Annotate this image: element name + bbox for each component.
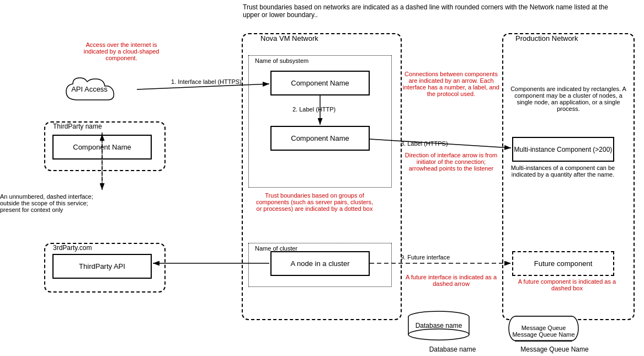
components-annotation: Components are indicated by rectangles. …: [508, 86, 629, 112]
connections-annotation: Connections between components are indic…: [403, 71, 499, 97]
svg-text:Database name: Database name: [416, 322, 462, 330]
internet-annotation: Access over the internet is indicated by…: [77, 41, 166, 61]
future-component-box: Future component: [512, 251, 614, 276]
future-interface-annotation: A future interface is indicated as a das…: [403, 274, 499, 287]
svg-point-15: [408, 329, 469, 340]
multi-instance-annotation: Multi-instances of a component can be in…: [508, 164, 618, 178]
future-component-annotation: A future component is indicated as a das…: [508, 278, 626, 291]
interface9-label: 9. Future interface: [401, 254, 450, 261]
thirdparty-boundary-label: ThirdParty name: [52, 123, 103, 130]
mq-label: Message Queue Name: [519, 346, 590, 353]
nova-network-label: Nova VM Network: [258, 34, 321, 42]
thirdparty-component-box: Component Name: [52, 135, 152, 160]
cluster-node-box: A node in a cluster: [270, 251, 370, 276]
top-note: Trust boundaries based on networks are i…: [243, 3, 618, 19]
svg-text:Message Queue: Message Queue: [521, 325, 566, 331]
multi-instance-box: Multi-instance Component (>200): [512, 137, 614, 162]
interface3-label: 3. Label (HTTPS): [401, 140, 448, 147]
interface1-label: 1. Interface label (HTTPS): [171, 78, 242, 85]
db-label: Database name: [417, 346, 488, 353]
subsystem-label: Name of subsystem: [255, 57, 308, 64]
message-queue-shape: Message Queue Message Queue Name: [508, 314, 579, 344]
diagram-container: { "top_note": "Trust boundaries based on…: [0, 0, 644, 356]
unnumbered-label: An unnumbered, dashed interface; outside…: [0, 193, 94, 213]
trust-groups-annotation: Trust boundaries based on groups of comp…: [254, 192, 375, 212]
svg-text:API Access: API Access: [71, 85, 108, 93]
component-box-1: Component Name: [270, 71, 370, 95]
cloud-shape: API Access: [61, 75, 138, 105]
thirdparty2-boundary-label: 3rdParty.com: [52, 244, 93, 252]
prod-network-label: Production Network: [513, 34, 580, 42]
direction-annotation: Direction of interface arrow is from ini…: [403, 152, 499, 172]
svg-text:Message Queue Name: Message Queue Name: [512, 331, 574, 338]
thirdparty-api-box: ThirdParty API: [52, 254, 152, 279]
database-shape: Database name: [403, 310, 475, 341]
component-box-2: Component Name: [270, 126, 370, 151]
interface2-label: 2. Label (HTTP): [292, 106, 336, 113]
